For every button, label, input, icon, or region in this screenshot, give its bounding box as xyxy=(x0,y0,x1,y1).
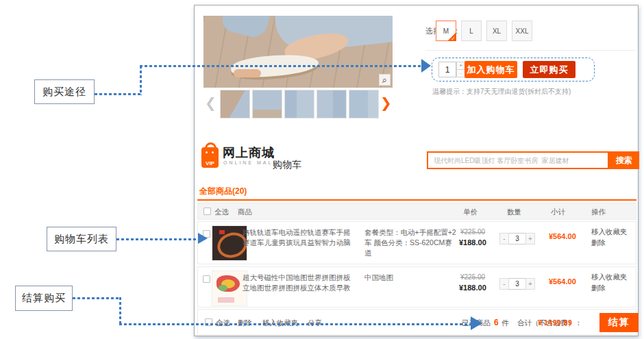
old-price: ¥225.00 xyxy=(460,273,485,281)
product-thumbnail[interactable] xyxy=(317,90,347,118)
page-title-cart: 购物车 xyxy=(273,159,301,171)
annotation-purchase-path: 购买途径 xyxy=(34,79,95,104)
photo-toes-shape xyxy=(234,69,261,77)
row-quantity-input[interactable] xyxy=(509,278,525,290)
quantity-input[interactable] xyxy=(438,62,456,77)
product-thumbnail[interactable] xyxy=(220,90,250,118)
size-chip-l[interactable]: L xyxy=(461,21,482,41)
qty-plus-button[interactable]: + xyxy=(525,278,535,290)
qty-plus-button[interactable]: + xyxy=(525,233,535,244)
annotated-screenshot: 购买途径 购物车列表 结算购买 ⌕ ❮ ❯ xyxy=(0,0,644,339)
row-quantity-stepper: - + xyxy=(499,278,535,290)
current-price: ¥188.00 xyxy=(459,238,486,247)
map-shape xyxy=(218,297,234,303)
cart-row-toy: 路轨轨道车电动遥控轨道赛车手摇赛道车儿童男孩玩具益智智力动脑 套餐类型：电动+手… xyxy=(197,221,636,264)
row-subtotal: ¥564.00 xyxy=(549,232,576,240)
checkout-line-v xyxy=(119,297,121,325)
annotation-checkout: 结算购买 xyxy=(15,286,73,311)
cart-table-header: 全选 商品 单价 数量 小计 操作 xyxy=(197,203,636,220)
header-quantity: 数量 xyxy=(507,208,521,217)
checkout-arrow-icon xyxy=(471,316,482,330)
mall-name: 网上商城 xyxy=(223,145,275,161)
cart-list-line-h xyxy=(116,238,199,240)
vip-bag-logo-icon: VIP xyxy=(201,147,219,168)
checkout-line-h1 xyxy=(73,297,121,299)
section-divider xyxy=(425,50,635,51)
purchase-path-line-h1 xyxy=(95,93,143,95)
current-price: ¥188.00 xyxy=(459,284,486,292)
buy-now-button[interactable]: 立即购买 xyxy=(523,61,575,78)
qty-minus-button[interactable]: - xyxy=(499,278,509,290)
chevron-left-icon[interactable]: ❮ xyxy=(205,96,216,110)
row-checkbox[interactable] xyxy=(203,275,210,283)
purchase-path-line-v xyxy=(140,66,142,95)
selected-items-count: 6 xyxy=(494,318,499,327)
product-thumbnail[interactable] xyxy=(349,90,379,118)
bag-dot xyxy=(206,151,208,153)
bag-dot xyxy=(212,151,214,153)
photo-jeans-shape-2 xyxy=(220,16,271,40)
product-title[interactable]: 路轨轨道车电动遥控轨道赛车手摇赛道车儿童男孩玩具益智智力动脑 xyxy=(243,227,351,248)
select-all-checkbox[interactable] xyxy=(203,208,211,215)
annotation-cart-list-label: 购物车列表 xyxy=(54,233,109,246)
annotation-checkout-label: 结算购买 xyxy=(22,292,66,305)
tab-underline xyxy=(197,199,636,201)
product-page-panel: ⌕ ❮ ❯ 选择尺码: M L XL XXL + - 加入购物车 立即购买 温馨… xyxy=(194,5,639,336)
qty-minus-button[interactable]: - xyxy=(499,233,509,244)
product-spec: 中国地图 xyxy=(364,273,457,283)
cart-list-arrow-icon xyxy=(198,233,208,244)
currency-symbol: ¥ xyxy=(538,318,542,327)
size-chip-xxl[interactable]: XXL xyxy=(512,21,532,41)
header-select-all: 全选 xyxy=(214,208,229,217)
annotation-purchase-path-label: 购买途径 xyxy=(42,86,86,99)
product-thumbnail[interactable] xyxy=(284,90,314,118)
zoom-magnifier-icon[interactable]: ⌕ xyxy=(379,74,391,86)
product-title[interactable]: 超大号磁性中国地图世界拼图拼板立地图世界拼图拼板立体木质早教益智力学生地理男 xyxy=(243,273,351,293)
product-spec: 套餐类型：电动+手摇配置+2车 颜色分类：SS-620CM赛道 xyxy=(364,227,457,258)
checkout-line-h2 xyxy=(119,323,471,325)
search-input[interactable] xyxy=(427,151,609,169)
checkout-button[interactable]: 结算 xyxy=(599,313,639,332)
chevron-right-icon[interactable]: ❯ xyxy=(380,96,392,110)
selected-items-suffix: 件 xyxy=(501,318,509,328)
header-subtotal: 小计 xyxy=(551,208,565,217)
size-chip-xl[interactable]: XL xyxy=(486,21,507,41)
search-button[interactable]: 搜索 xyxy=(609,151,639,169)
total-amount: 1499.89 xyxy=(544,318,572,327)
product-thumbnail[interactable] xyxy=(252,90,282,118)
product-main-photo: ⌕ xyxy=(203,16,393,88)
add-to-cart-button[interactable]: 加入购物车 xyxy=(465,61,517,78)
row-quantity-stepper: - + xyxy=(499,233,535,244)
cart-row-map: 超大号磁性中国地图世界拼图拼板立地图世界拼图拼板立体木质早教益智力学生地理男 中… xyxy=(197,266,636,307)
tab-all-products[interactable]: 全部商品(20) xyxy=(199,186,247,197)
delete-link[interactable]: 删除 xyxy=(591,284,606,293)
annotation-cart-list: 购物车列表 xyxy=(47,227,116,251)
row-subtotal: ¥564.00 xyxy=(549,277,576,286)
purchase-path-arrow-icon xyxy=(421,59,431,73)
header-actions: 操作 xyxy=(591,208,606,217)
map-shape xyxy=(219,285,227,291)
move-to-favorites-link[interactable]: 移入收藏夹 xyxy=(591,227,628,237)
size-chip-m[interactable]: M xyxy=(436,21,456,41)
header-unit-price: 单价 xyxy=(463,208,478,217)
row-quantity-input[interactable] xyxy=(509,233,525,244)
purchase-path-line-h2 xyxy=(140,65,421,67)
delete-link[interactable]: 删除 xyxy=(591,238,606,248)
mall-name-english: ONLINE MALL xyxy=(223,160,277,165)
cart-footer-bar: 全选 删除 移入收藏夹 分享 已选商品 6 件 合计（不含运费）： ¥ 1499… xyxy=(197,309,636,335)
header-product: 商品 xyxy=(238,208,252,217)
return-policy-tip: 温馨提示：支持7天无理由退货(拆封后不支持) xyxy=(432,87,571,97)
vip-logo-text: VIP xyxy=(201,160,219,166)
move-to-favorites-link[interactable]: 移入收藏夹 xyxy=(591,273,628,282)
thumbnail-strip xyxy=(220,90,379,118)
old-price: ¥225.00 xyxy=(460,228,485,236)
size-selector: M L XL XXL xyxy=(436,21,532,41)
